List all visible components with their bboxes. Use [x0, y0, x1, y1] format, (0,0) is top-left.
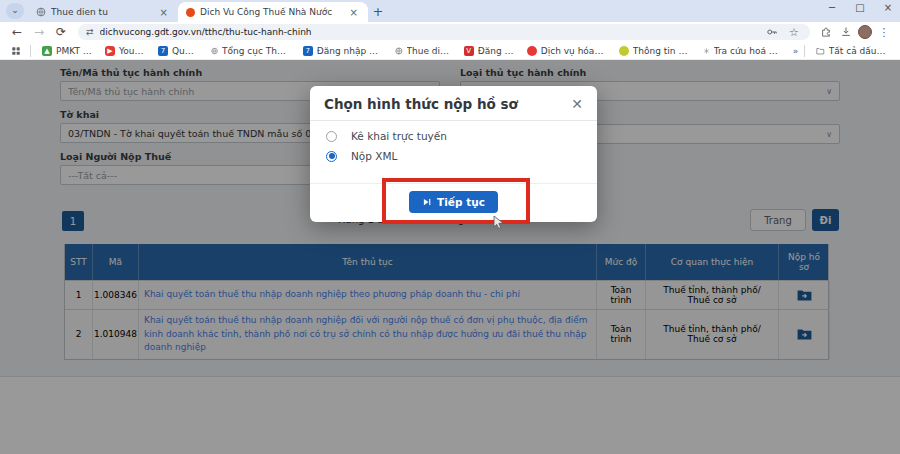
- v-login-icon: V: [464, 46, 474, 56]
- apps-grid-icon[interactable]: [8, 43, 24, 59]
- tab-title: Dich Vu Công Thuế Nhà Nước: [200, 7, 343, 17]
- extensions-icon[interactable]: [818, 24, 834, 40]
- bookmarks-overflow-chevron[interactable]: »: [793, 46, 799, 56]
- bookmark-youtube[interactable]: ▶ YouTube: [100, 46, 150, 56]
- admin-icon: 7: [158, 46, 168, 56]
- profile-avatar[interactable]: [858, 25, 872, 39]
- globe-icon: [211, 46, 218, 56]
- tab-thue-dien-tu[interactable]: Thue dien tu ×: [28, 2, 178, 22]
- bookmark-star-icon[interactable]: ☆: [786, 24, 802, 40]
- bookmark-quan-tri[interactable]: 7 Quản trị: [153, 46, 203, 56]
- maximize-button[interactable]: □: [854, 2, 866, 13]
- folder-icon: [816, 46, 825, 56]
- bookmark-thue-dien-tu[interactable]: Thue dien tu: [390, 46, 456, 56]
- bookmark-pmkt-misa[interactable]: ▲ PMKT MISA: [37, 46, 97, 56]
- tab-title: Thue dien tu: [51, 7, 153, 17]
- tab-dich-vu-cong[interactable]: Dich Vu Công Thuế Nhà Nước ×: [178, 2, 368, 22]
- option-ke-khai-truc-tuyen[interactable]: Kê khai trực tuyến: [326, 130, 581, 142]
- bookmark-dang-nhap[interactable]: V Đăng nhập: [459, 46, 519, 56]
- minimize-button[interactable]: ─: [826, 2, 838, 13]
- new-tab-button[interactable]: +: [368, 2, 388, 22]
- menu-kebab-icon[interactable]: ⋮: [876, 24, 892, 40]
- tab-close-icon[interactable]: ×: [158, 7, 170, 18]
- site-info-icon[interactable]: ⇄: [86, 27, 94, 37]
- divider: [804, 45, 805, 57]
- bookmark-tong-cuc-thue[interactable]: Tổng cục Thuế - Bộ...: [206, 46, 295, 56]
- bookmarks-bar: ▲ PMKT MISA ▶ YouTube 7 Quản trị Tổng cụ…: [0, 42, 900, 60]
- invoice-service-icon: [527, 46, 537, 56]
- download-icon[interactable]: [838, 24, 854, 40]
- globe-icon: [36, 7, 46, 17]
- system-login-icon: 7: [303, 46, 313, 56]
- globe-icon: [395, 46, 403, 56]
- close-window-button[interactable]: ×: [882, 2, 894, 13]
- all-bookmarks-button[interactable]: Tất cả dấu trang: [811, 46, 892, 56]
- divider: [30, 45, 31, 57]
- bookmark-thong-tin-co-ban[interactable]: Thông tin cơ bản: [614, 46, 695, 56]
- dialog-title: Chọn hình thức nộp hồ sơ: [324, 96, 518, 112]
- bookmark-dang-nhap-he-thong[interactable]: 7 Đăng nhập hệ thống: [298, 46, 387, 56]
- tab-strip: ⌄ Thue dien tu × Dich Vu Công Thuế Nhà N…: [0, 0, 900, 22]
- window-controls: ─ □ ×: [826, 2, 894, 13]
- tab-close-icon[interactable]: ×: [348, 7, 360, 18]
- chevron-down-icon: ⌄: [11, 5, 19, 15]
- option-nop-xml[interactable]: Nộp XML: [326, 150, 581, 162]
- radio-selected-icon[interactable]: [326, 151, 337, 162]
- basic-info-icon: [619, 46, 629, 56]
- mouse-cursor: [492, 215, 505, 230]
- misa-icon: ▲: [42, 46, 52, 56]
- gdt-favicon-icon: [186, 8, 195, 17]
- youtube-icon: ▶: [105, 46, 115, 56]
- asterisk-icon: [703, 46, 710, 56]
- bookmark-dich-vu-hoa-don[interactable]: Dịch vụ hóa đơn điệ...: [522, 46, 611, 56]
- browser-toolbar: ← → ⟳ ⇄ dichvucong.gdt.gov.vn/tthc/thu-t…: [0, 22, 900, 42]
- close-icon[interactable]: ✕: [571, 97, 583, 111]
- password-key-icon[interactable]: [764, 24, 780, 40]
- bookmark-tra-cuu-hoa-don[interactable]: Tra cứu hoá đơn điệ...: [698, 46, 787, 56]
- forward-button[interactable]: →: [30, 25, 48, 39]
- back-button[interactable]: ←: [8, 25, 26, 39]
- url-text[interactable]: dichvucong.gdt.gov.vn/tthc/thu-tuc-hanh-…: [100, 27, 758, 37]
- tab-search-button[interactable]: ⌄: [6, 3, 24, 19]
- address-bar[interactable]: ⇄ dichvucong.gdt.gov.vn/tthc/thu-tuc-han…: [78, 24, 810, 40]
- reload-button[interactable]: ⟳: [52, 25, 70, 39]
- radio-unselected-icon[interactable]: [326, 131, 337, 142]
- red-highlight-annotation: [382, 178, 530, 224]
